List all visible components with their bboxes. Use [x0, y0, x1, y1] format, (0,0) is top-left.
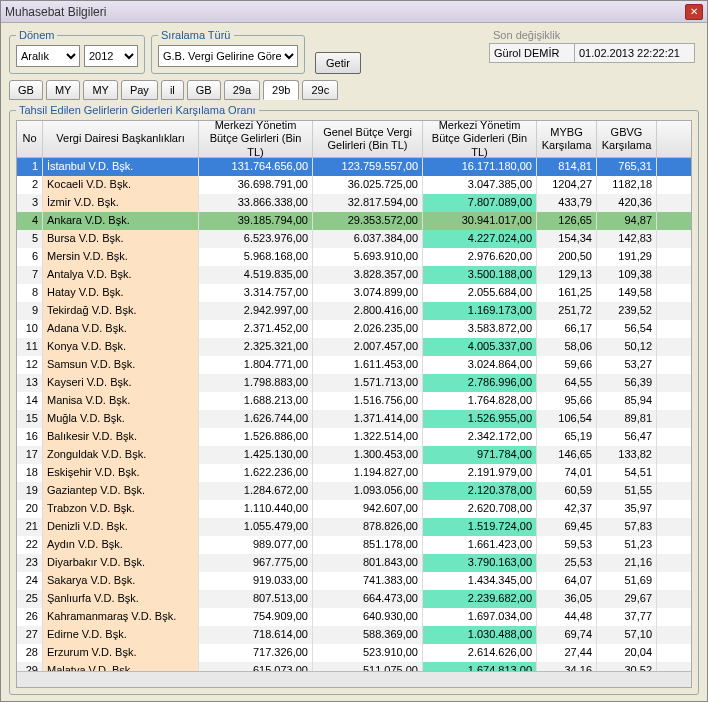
cell: 32.817.594,00 [313, 194, 423, 212]
table-row[interactable]: 26Kahramanmaraş V.D. Bşk.754.909,00640.9… [17, 608, 691, 626]
cell: Antalya V.D. Bşk. [43, 266, 199, 284]
col-name[interactable]: Vergi Dairesi Başkanlıkları [43, 121, 199, 157]
cell: Zonguldak V.D. Bşk. [43, 446, 199, 464]
tab-row: GBMYMYPayilGB29a29b29c [9, 80, 699, 100]
cell: 54,51 [597, 464, 657, 482]
table-row[interactable]: 8Hatay V.D. Bşk.3.314.757,003.074.899,00… [17, 284, 691, 302]
table-row[interactable]: 3İzmir V.D. Bşk.33.866.338,0032.817.594,… [17, 194, 691, 212]
table-row[interactable]: 22Aydın V.D. Bşk.989.077,00851.178,001.6… [17, 536, 691, 554]
tab-gb[interactable]: GB [9, 80, 43, 100]
cell: Ankara V.D. Bşk. [43, 212, 199, 230]
tab-pay[interactable]: Pay [121, 80, 158, 100]
table-row[interactable]: 24Sakarya V.D. Bşk.919.033,00741.383,001… [17, 572, 691, 590]
cell: 30,52 [597, 662, 657, 671]
cell: 34,16 [537, 662, 597, 671]
table-row[interactable]: 12Samsun V.D. Bşk.1.804.771,001.611.453,… [17, 356, 691, 374]
cell: 94,87 [597, 212, 657, 230]
cell: Kocaeli V.D. Bşk. [43, 176, 199, 194]
col-mb[interactable]: Merkezi Yönetim Bütçe Gelirleri (Bin TL) [199, 121, 313, 157]
donem-legend: Dönem [16, 29, 57, 41]
table-row[interactable]: 5Bursa V.D. Bşk.6.523.976,006.037.384,00… [17, 230, 691, 248]
col-gv[interactable]: Genel Bütçe Vergi Gelirleri (Bin TL) [313, 121, 423, 157]
table-row[interactable]: 14Manisa V.D. Bşk.1.688.213,001.516.756,… [17, 392, 691, 410]
cell: Denizli V.D. Bşk. [43, 518, 199, 536]
table-row[interactable]: 27Edirne V.D. Bşk.718.614,00588.369,001.… [17, 626, 691, 644]
cell: 29.353.572,00 [313, 212, 423, 230]
tab-il[interactable]: il [161, 80, 184, 100]
tab-my[interactable]: MY [46, 80, 81, 100]
col-myk[interactable]: MYBG Karşılama [537, 121, 597, 157]
cell: 25 [17, 590, 43, 608]
table-row[interactable]: 18Eskişehir V.D. Bşk.1.622.236,001.194.8… [17, 464, 691, 482]
table-row[interactable]: 15Muğla V.D. Bşk.1.626.744,001.371.414,0… [17, 410, 691, 428]
cell: 2.055.684,00 [423, 284, 537, 302]
table-row[interactable]: 25Şanlıurfa V.D. Bşk.807.513,00664.473,0… [17, 590, 691, 608]
table-row[interactable]: 10Adana V.D. Bşk.2.371.452,002.026.235,0… [17, 320, 691, 338]
cell: 51,23 [597, 536, 657, 554]
table-row[interactable]: 19Gaziantep V.D. Bşk.1.284.672,001.093.0… [17, 482, 691, 500]
table-row[interactable]: 21Denizli V.D. Bşk.1.055.479,00878.826,0… [17, 518, 691, 536]
cell: Edirne V.D. Bşk. [43, 626, 199, 644]
cell: 200,50 [537, 248, 597, 266]
cell: 878.826,00 [313, 518, 423, 536]
table-row[interactable]: 13Kayseri V.D. Bşk.1.798.883,001.571.713… [17, 374, 691, 392]
cell: 1.526.886,00 [199, 428, 313, 446]
table-row[interactable]: 29Malatya V.D. Bşk.615.073,00511.075,001… [17, 662, 691, 671]
col-no[interactable]: No [17, 121, 43, 157]
grid-body[interactable]: 1İstanbul V.D. Bşk.131.764.656,00123.759… [17, 158, 691, 671]
cell: 942.607,00 [313, 500, 423, 518]
table-row[interactable]: 17Zonguldak V.D. Bşk.1.425.130,001.300.4… [17, 446, 691, 464]
tab-29b[interactable]: 29b [263, 80, 299, 100]
cell: 89,81 [597, 410, 657, 428]
last-change-date [575, 43, 695, 63]
cell: 21,16 [597, 554, 657, 572]
col-mg[interactable]: Merkezi Yönetim Bütçe Giderleri (Bin TL) [423, 121, 537, 157]
getir-button[interactable]: Getir [315, 52, 361, 74]
cell: Samsun V.D. Bşk. [43, 356, 199, 374]
close-button[interactable]: ✕ [685, 4, 703, 20]
grid-group: Tahsil Edilen Gelirlerin Giderleri Karşı… [9, 104, 699, 695]
table-row[interactable]: 9Tekirdağ V.D. Bşk.2.942.997,002.800.416… [17, 302, 691, 320]
cell: 1.571.713,00 [313, 374, 423, 392]
table-row[interactable]: 1İstanbul V.D. Bşk.131.764.656,00123.759… [17, 158, 691, 176]
siralama-select[interactable]: G.B. Vergi Gelirine Göre [158, 45, 298, 67]
cell: 1.697.034,00 [423, 608, 537, 626]
cell: Balıkesir V.D. Bşk. [43, 428, 199, 446]
tab-gb[interactable]: GB [187, 80, 221, 100]
horizontal-scrollbar[interactable] [17, 671, 691, 687]
tab-29c[interactable]: 29c [302, 80, 338, 100]
cell: 58,06 [537, 338, 597, 356]
table-row[interactable]: 6Mersin V.D. Bşk.5.968.168,005.693.910,0… [17, 248, 691, 266]
cell: 2 [17, 176, 43, 194]
table-row[interactable]: 23Diyarbakır V.D. Bşk.967.775,00801.843,… [17, 554, 691, 572]
cell: 971.784,00 [423, 446, 537, 464]
cell: 26 [17, 608, 43, 626]
cell: 989.077,00 [199, 536, 313, 554]
cell: 2.614.626,00 [423, 644, 537, 662]
cell: 30.941.017,00 [423, 212, 537, 230]
table-row[interactable]: 20Trabzon V.D. Bşk.1.110.440,00942.607,0… [17, 500, 691, 518]
month-select[interactable]: Aralık [16, 45, 80, 67]
cell: 2.371.452,00 [199, 320, 313, 338]
cell: 814,81 [537, 158, 597, 176]
cell: Malatya V.D. Bşk. [43, 662, 199, 671]
table-row[interactable]: 16Balıkesir V.D. Bşk.1.526.886,001.322.5… [17, 428, 691, 446]
col-gbk[interactable]: GBVG Karşılama [597, 121, 657, 157]
cell: 35,97 [597, 500, 657, 518]
cell: 765,31 [597, 158, 657, 176]
cell: Tekirdağ V.D. Bşk. [43, 302, 199, 320]
table-row[interactable]: 28Erzurum V.D. Bşk.717.326,00523.910,002… [17, 644, 691, 662]
cell: Manisa V.D. Bşk. [43, 392, 199, 410]
table-row[interactable]: 7Antalya V.D. Bşk.4.519.835,003.828.357,… [17, 266, 691, 284]
cell: Muğla V.D. Bşk. [43, 410, 199, 428]
table-row[interactable]: 2Kocaeli V.D. Bşk.36.698.791,0036.025.72… [17, 176, 691, 194]
grid-header: No Vergi Dairesi Başkanlıkları Merkezi Y… [17, 121, 691, 158]
cell: 1.688.213,00 [199, 392, 313, 410]
tab-29a[interactable]: 29a [224, 80, 260, 100]
tab-my[interactable]: MY [83, 80, 118, 100]
year-select[interactable]: 2012 [84, 45, 138, 67]
cell: İzmir V.D. Bşk. [43, 194, 199, 212]
table-row[interactable]: 4Ankara V.D. Bşk.39.185.794,0029.353.572… [17, 212, 691, 230]
cell: Diyarbakır V.D. Bşk. [43, 554, 199, 572]
table-row[interactable]: 11Konya V.D. Bşk.2.325.321,002.007.457,0… [17, 338, 691, 356]
